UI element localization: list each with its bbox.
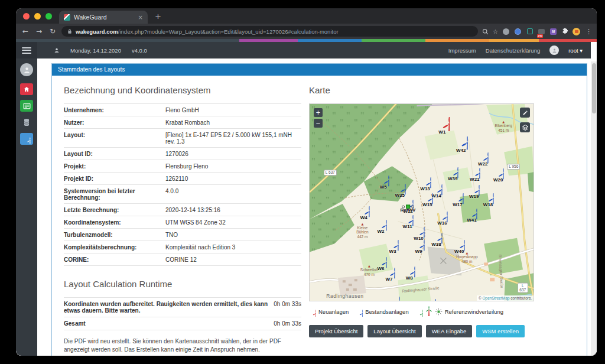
wind-turbine-marker[interactable]: W3 [387, 235, 398, 255]
fullscreen-window-button[interactable] [45, 13, 52, 20]
impressum-link[interactable]: Impressum [448, 47, 476, 54]
wind-turbine-marker[interactable]: W7 [383, 262, 395, 282]
browser-toolbar: ← → ↻ wakeguard.com/index.php?module=War… [16, 24, 597, 39]
pdf-note: Die PDF wird neu erstellt. Sie können de… [64, 337, 301, 353]
wind-turbine-marker[interactable]: W15 [422, 187, 433, 207]
sidebar-item-wind-layout[interactable] [20, 133, 33, 145]
browser-tab[interactable]: WakeGuard × [59, 11, 148, 24]
green-red-turbine-icon [425, 306, 432, 317]
user-menu[interactable]: root ▾ [568, 47, 583, 54]
browser-menu-icon[interactable]: ⋮ [586, 28, 592, 35]
layout-panel: Stammdaten des Layouts Bezeichnung und K… [51, 63, 587, 356]
map-layers-button[interactable] [520, 122, 530, 132]
panel-title: Stammdaten des Layouts [52, 64, 587, 76]
extension-icon-2[interactable] [514, 28, 522, 35]
sidebar-avatar[interactable] [20, 63, 33, 76]
map-action-button[interactable]: WEA Eingabe [426, 325, 473, 337]
form-column: Bezeichnung und Koordinatensystem Untern… [64, 82, 301, 356]
sidebar-item-home[interactable] [20, 83, 33, 95]
wind-turbine-marker[interactable]: W42 [454, 129, 468, 153]
wind-turbine-marker[interactable]: W18 [483, 187, 494, 207]
bookmark-star-icon[interactable]: ☆ [493, 28, 498, 35]
form-heading: Bezeichnung und Koordinatensystem [64, 85, 301, 95]
wind-turbine-marker[interactable]: W8 [404, 261, 415, 281]
map-action-button[interactable]: Layout Übersicht [367, 325, 421, 337]
form-row-label: Systemversion bei letzter Berechnung: [64, 188, 165, 201]
form-row-label: CORINE: [64, 256, 165, 263]
wind-turbine-icon [435, 109, 450, 132]
sidebar-item-projects[interactable] [20, 100, 33, 112]
form-row: Layout: [Fleno] 1x E-147 EP5 E2 / 5.000 … [64, 129, 301, 148]
wind-turbine-icon [447, 161, 458, 178]
openstreetmap-link[interactable]: OpenStreetMap [483, 296, 510, 300]
map-zoom-out-button[interactable]: − [314, 119, 323, 128]
datenschutz-link[interactable]: Datenschutzerklärung [486, 47, 540, 54]
wind-turbine-marker[interactable]: W19 [469, 179, 480, 199]
form-row-value: TNO [165, 232, 301, 238]
scrollbar-thumb[interactable] [592, 63, 596, 113]
new-tab-button[interactable]: + [155, 12, 161, 21]
extension-icon-1[interactable] [502, 28, 510, 35]
windrose-icon [435, 308, 443, 316]
close-tab-icon[interactable]: × [138, 14, 143, 21]
map[interactable]: + − [309, 103, 534, 301]
map-place-label: L 956 [507, 164, 520, 169]
wind-turbine-marker[interactable]: W39 [447, 161, 458, 181]
wind-turbine-marker[interactable]: W40 [454, 235, 465, 255]
turbine-label: W15 [422, 202, 432, 207]
wind-turbine-marker[interactable]: W16 [437, 206, 448, 226]
traffic-lights [16, 13, 59, 20]
extension-icon-badge[interactable]: 231 [538, 28, 545, 35]
zoom-page-icon[interactable] [482, 28, 489, 35]
wind-turbine-icon [404, 261, 415, 278]
wakeguard-favicon [64, 14, 70, 21]
legend-item-bestandsanlagen: Bestandsanlagen [356, 306, 408, 317]
map-action-button[interactable]: Projekt Übersicht [309, 325, 363, 337]
wind-turbine-marker[interactable] [424, 293, 435, 301]
back-button[interactable]: ← [21, 27, 30, 35]
page-scrollbar[interactable] [591, 61, 597, 356]
wind-turbine-marker[interactable]: W1 [435, 109, 450, 135]
form-row-label: Layout ID: [64, 151, 165, 157]
runtime-row-time: 0h 0m 33s [274, 320, 301, 327]
turbine-label: W5 [380, 184, 387, 190]
turbine-label: W40 [454, 249, 464, 255]
form-row-value: CORINE 12 [165, 256, 301, 263]
reference-wind-marker[interactable]: RefWV [400, 205, 415, 213]
minimize-window-button[interactable] [34, 13, 41, 20]
form-row: Projekt ID: 1262110 [64, 173, 301, 185]
map-action-button[interactable]: WSM erstellen [476, 325, 525, 337]
legend-item-referenzwind: Referenzwindverteilung [416, 306, 503, 317]
wind-turbine-marker[interactable]: W2 [375, 214, 386, 234]
form-row: Projekt: Flensburg Fleno [64, 160, 301, 173]
hamburger-menu-button[interactable] [16, 42, 37, 58]
wind-turbine-marker[interactable]: W41 [466, 203, 477, 223]
map-place-label: Eikenberg 451 m [495, 121, 512, 132]
map-zoom-in-button[interactable]: + [314, 108, 323, 117]
map-edit-button[interactable] [520, 108, 530, 118]
wind-turbine-icon [422, 187, 433, 204]
wind-turbine-icon [383, 262, 395, 279]
wind-turbine-marker[interactable]: W4 [358, 200, 369, 220]
wind-turbine-icon [469, 179, 480, 196]
map-place-label: L 637 [518, 283, 528, 293]
reload-button[interactable]: ↻ [48, 27, 57, 35]
extension-icon-4[interactable]: N [549, 28, 557, 35]
wind-turbine-marker[interactable]: W17 [452, 187, 463, 207]
user-avatar[interactable] [549, 46, 559, 55]
wind-turbine-marker[interactable] [388, 291, 399, 301]
wind-turbine-marker[interactable]: W5 [378, 170, 389, 190]
browser-profile-avatar[interactable] [573, 28, 580, 35]
sidebar-item-database[interactable] [20, 116, 33, 128]
extensions-puzzle-icon[interactable] [561, 28, 568, 35]
map-actions: Projekt ÜbersichtLayout ÜbersichtWEA Ein… [309, 325, 535, 337]
url-bar[interactable]: wakeguard.com/index.php?module=Warp_Layo… [61, 26, 478, 37]
form-row-value: 1270026 [165, 151, 301, 157]
close-window-button[interactable] [23, 13, 30, 20]
map-place-label: Kleine Bühlen 442 m [356, 223, 368, 239]
extension-icon-3[interactable] [526, 28, 534, 35]
wind-turbine-marker[interactable]: W38 [431, 227, 442, 247]
forward-button[interactable]: → [34, 27, 44, 35]
wind-turbine-marker[interactable]: W20 [493, 162, 504, 183]
wind-turbine-marker[interactable]: W9 [413, 235, 424, 255]
